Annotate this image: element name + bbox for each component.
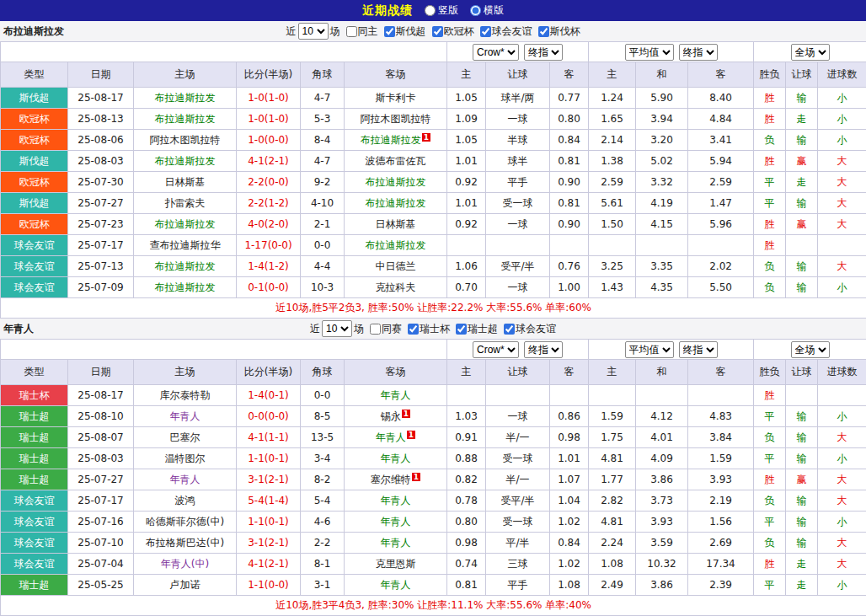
away-team[interactable]: 中日德兰	[345, 256, 447, 277]
home-team[interactable]: 库尔泰特勒	[134, 385, 237, 406]
layout-horizontal-option[interactable]: 横版	[470, 3, 504, 18]
horizontal-radio[interactable]	[470, 5, 481, 16]
checkbox-input-0-4[interactable]	[538, 26, 549, 37]
match-count-select[interactable]: 10	[322, 320, 352, 337]
checkbox-input-1-2[interactable]	[456, 324, 467, 335]
eu-draw-odds: 3.35	[636, 256, 688, 277]
away-team[interactable]: 锡永1	[345, 406, 447, 427]
away-team[interactable]: 年青人	[345, 575, 447, 596]
home-team[interactable]: 年青人(中)	[134, 554, 237, 575]
checkbox-input-0-2[interactable]	[432, 26, 443, 37]
score[interactable]: 1-0(0-0)	[237, 130, 301, 151]
home-team[interactable]: 查布拉迪斯拉华	[134, 235, 237, 256]
filter-checkbox-0-0[interactable]: 同主	[346, 24, 378, 39]
away-team[interactable]: 布拉迪斯拉发	[345, 235, 447, 256]
away-team[interactable]: 布拉迪斯拉发	[345, 193, 447, 214]
score[interactable]: 0-1(0-0)	[237, 277, 301, 298]
home-team[interactable]: 布拉迪斯拉发	[134, 88, 237, 109]
home-team[interactable]: 巴塞尔	[134, 427, 237, 448]
home-team[interactable]: 布拉迪斯拉发	[134, 277, 237, 298]
score[interactable]: 1-1(0-1)	[237, 512, 301, 533]
home-team[interactable]: 哈德斯菲尔德(中)	[134, 512, 237, 533]
home-team[interactable]: 布拉迪斯拉发	[134, 151, 237, 172]
score[interactable]: 4-1(2-1)	[237, 554, 301, 575]
ah-away-odds: 0.80	[550, 109, 589, 130]
checkbox-input-1-3[interactable]	[504, 324, 515, 335]
vertical-radio[interactable]	[425, 5, 436, 16]
filter-checkbox-1-3[interactable]: 球会友谊	[504, 322, 556, 336]
home-team[interactable]: 扑雷索夫	[134, 193, 237, 214]
result-handicap: 输	[786, 277, 818, 298]
home-team[interactable]: 日林斯基	[134, 172, 237, 193]
home-team[interactable]: 卢加诺	[134, 575, 237, 596]
score[interactable]: 1-0(1-0)	[237, 88, 301, 109]
home-team[interactable]: 布拉迪斯拉发	[134, 214, 237, 235]
away-team[interactable]: 日林斯基	[345, 214, 447, 235]
away-team[interactable]: 波德布雷佐瓦	[345, 151, 447, 172]
score[interactable]: 1-1(0-1)	[237, 448, 301, 469]
away-team[interactable]: 年青人	[345, 533, 447, 554]
score[interactable]: 5-4(1-4)	[237, 490, 301, 512]
checkbox-input-0-3[interactable]	[480, 26, 491, 37]
checkbox-input-0-0[interactable]	[346, 26, 357, 37]
score[interactable]: 0-0(0-0)	[237, 406, 301, 427]
score[interactable]: 4-0(2-0)	[237, 214, 301, 235]
score[interactable]: 1-0(1-0)	[237, 109, 301, 130]
filter-checkbox-0-2[interactable]: 欧冠杯	[432, 24, 474, 39]
checkbox-input-1-0[interactable]	[370, 324, 381, 335]
scope-select[interactable]: 全场	[791, 44, 830, 61]
corners: 4-10	[301, 193, 345, 214]
score[interactable]: 1-1(0-0)	[237, 575, 301, 596]
away-team[interactable]: 斯卡利卡	[345, 88, 447, 109]
eu-away-odds: 3.41	[688, 130, 754, 151]
away-team[interactable]: 年青人	[345, 448, 447, 469]
company-select[interactable]: Crow*	[473, 341, 519, 358]
score[interactable]: 1-4(0-1)	[237, 385, 301, 406]
score[interactable]: 3-1(2-1)	[237, 469, 301, 490]
avg-select[interactable]: 平均值	[625, 44, 674, 61]
home-team[interactable]: 布拉迪斯拉发	[134, 256, 237, 277]
score[interactable]: 3-1(2-1)	[237, 533, 301, 554]
score[interactable]: 2-2(0-0)	[237, 172, 301, 193]
score[interactable]: 4-1(2-1)	[237, 151, 301, 172]
away-team[interactable]: 年青人	[345, 385, 447, 406]
away-team[interactable]: 布拉迪斯拉发1	[345, 130, 447, 151]
away-team[interactable]: 塞尔维特1	[345, 469, 447, 490]
filter-checkbox-0-4[interactable]: 斯伐杯	[538, 24, 580, 39]
filter-checkbox-0-1[interactable]: 斯伐超	[384, 24, 426, 39]
away-team[interactable]: 克里恩斯	[345, 554, 447, 575]
score[interactable]: 4-1(1-1)	[237, 427, 301, 448]
company-select[interactable]: Crow*	[473, 44, 519, 61]
match-row: 欧冠杯 25-07-23 布拉迪斯拉发 4-0(2-0) 2-1 日林斯基 0.…	[1, 214, 866, 235]
home-team[interactable]: 温特图尔	[134, 448, 237, 469]
away-team[interactable]: 年青人1	[345, 427, 447, 448]
home-team[interactable]: 年青人	[134, 469, 237, 490]
away-team[interactable]: 年青人	[345, 490, 447, 512]
home-team[interactable]: 布拉迪斯拉发	[134, 109, 237, 130]
home-team[interactable]: 波鸿	[134, 490, 237, 512]
company-stage-select[interactable]: 终指	[524, 341, 563, 358]
score[interactable]: 2-2(1-2)	[237, 193, 301, 214]
filter-checkbox-1-0[interactable]: 同赛	[370, 322, 402, 336]
score[interactable]: 1-4(1-2)	[237, 256, 301, 277]
checkbox-input-1-1[interactable]	[408, 324, 419, 335]
away-team[interactable]: 阿拉木图凯拉特	[345, 109, 447, 130]
away-team[interactable]: 布拉迪斯拉发	[345, 172, 447, 193]
company-stage-select[interactable]: 终指	[524, 44, 563, 61]
filter-checkbox-1-1[interactable]: 瑞士杯	[408, 322, 450, 336]
avg-stage-select[interactable]: 终指	[679, 341, 718, 358]
checkbox-input-0-1[interactable]	[384, 26, 395, 37]
home-team[interactable]: 年青人	[134, 406, 237, 427]
away-team[interactable]: 克拉科夫	[345, 277, 447, 298]
scope-select[interactable]: 全场	[791, 341, 830, 358]
away-team[interactable]: 年青人	[345, 512, 447, 533]
avg-stage-select[interactable]: 终指	[679, 44, 718, 61]
filter-checkbox-0-3[interactable]: 球会友谊	[480, 24, 532, 39]
avg-select[interactable]: 平均值	[625, 341, 674, 358]
match-count-select[interactable]: 10	[298, 23, 329, 40]
score[interactable]: 1-17(0-0)	[237, 235, 301, 256]
filter-checkbox-1-2[interactable]: 瑞士超	[456, 322, 498, 336]
layout-vertical-option[interactable]: 竖版	[425, 3, 458, 18]
home-team[interactable]: 阿拉木图凯拉特	[134, 130, 237, 151]
home-team[interactable]: 布拉格斯巴达(中)	[134, 533, 237, 554]
